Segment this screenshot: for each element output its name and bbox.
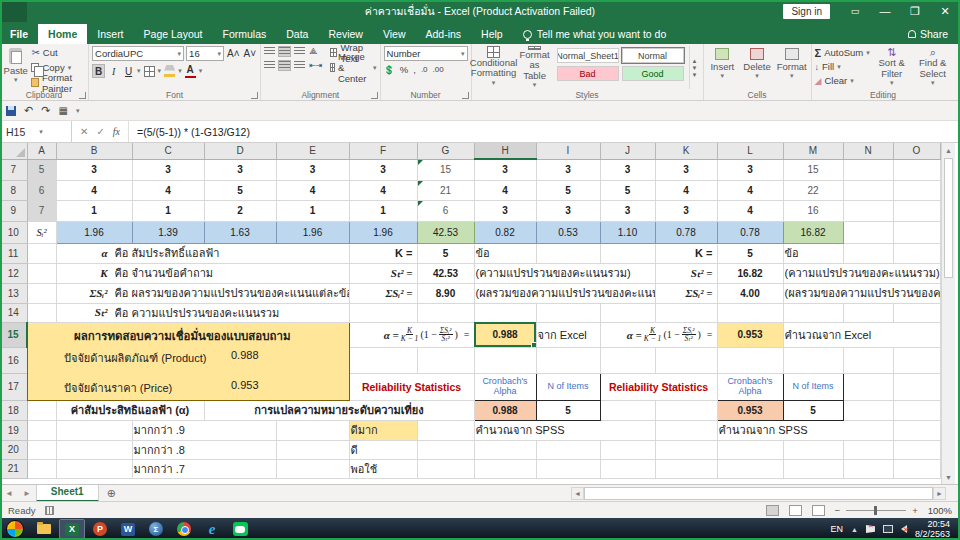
comma-style-button[interactable]: , (413, 64, 416, 75)
cell-L13[interactable]: 4.00 (717, 283, 783, 303)
cell-J16[interactable] (600, 347, 655, 373)
italic-button[interactable]: I (107, 64, 120, 78)
gallery-up-icon[interactable]: ▲ (692, 58, 698, 64)
cell-K10[interactable]: 0.78 (655, 221, 717, 243)
cell-K14[interactable] (655, 303, 717, 322)
find-select-button[interactable]: ⌕ Find & Select ▾ (914, 46, 952, 89)
cell-H16[interactable] (474, 347, 536, 373)
cell-A8[interactable]: 6 (27, 180, 56, 200)
cell-N8[interactable] (843, 180, 893, 200)
cell-F21[interactable]: พอใช้ (349, 459, 417, 478)
redo-icon[interactable]: ↷ (41, 104, 50, 117)
restore-button[interactable]: ❐ (900, 0, 930, 22)
enter-icon[interactable]: ✓ (96, 126, 104, 137)
cell-H12-note[interactable]: (ความแปรปรวนของคะแนนรวม) (474, 263, 655, 283)
cell-I10[interactable]: 0.53 (536, 221, 600, 243)
cell-G19[interactable] (417, 420, 474, 440)
cell-A18[interactable] (27, 400, 56, 420)
cell-N21[interactable] (843, 459, 893, 478)
col-D[interactable]: D (204, 143, 276, 159)
cell-O17[interactable] (893, 373, 940, 400)
cell-A20[interactable] (27, 440, 56, 459)
cell-H13-note[interactable]: (ผลรวมของความแปรปรวนของคะแนนแต่ละข้อ) (474, 283, 655, 303)
vertical-scroll-thumb[interactable] (944, 158, 953, 278)
taskbar-explorer[interactable] (31, 519, 57, 539)
cell-L14[interactable] (717, 303, 783, 322)
cell-C10[interactable]: 1.39 (132, 221, 204, 243)
cell-M12-note[interactable]: (ความแปรปรวนของคะแนนรวม) (783, 263, 940, 283)
scroll-up-icon[interactable]: ▲ (942, 143, 955, 157)
cell-A14[interactable] (27, 303, 56, 322)
cell-G7[interactable]: 15 (417, 159, 474, 180)
cell-N14[interactable] (843, 303, 893, 322)
cell-O14[interactable] (893, 303, 940, 322)
taskbar-chrome[interactable] (171, 519, 197, 539)
cell-A12[interactable] (27, 263, 56, 283)
cut-button[interactable]: ✂Cut (31, 46, 85, 59)
cell-J20[interactable] (600, 440, 655, 459)
cell-I18[interactable]: 5 (536, 400, 600, 420)
style-bad[interactable]: Bad (557, 66, 619, 81)
cell-O9[interactable] (893, 200, 940, 221)
cell-G20[interactable] (417, 440, 474, 459)
cell-A9[interactable]: 7 (27, 200, 56, 221)
tab-formulas[interactable]: Formulas (213, 24, 277, 44)
action-center-flag-icon[interactable]: ✕ (866, 525, 875, 533)
cell-M10[interactable]: 16.82 (783, 221, 843, 243)
cell-M16[interactable] (783, 347, 843, 373)
rowhead-8[interactable]: 8 (0, 180, 27, 200)
cell-O10[interactable] (893, 221, 940, 243)
align-bottom-icon[interactable] (294, 47, 305, 56)
cell-M13-note[interactable]: (ผลรวมของความแปรปรวนของคะแนนแต่ละข้อ) (783, 283, 940, 303)
scroll-left-icon[interactable]: ◄ (571, 487, 584, 500)
taskbar-powerpoint[interactable]: P (87, 519, 113, 539)
cell-I9[interactable]: 3 (536, 200, 600, 221)
col-E[interactable]: E (276, 143, 349, 159)
cell-B18[interactable]: ค่าสัมประสิทธิแอลฟ้า (α) (56, 400, 204, 420)
rowhead-13[interactable]: 13 (0, 283, 27, 303)
cell-M9[interactable]: 16 (783, 200, 843, 221)
underline-button[interactable]: U (122, 64, 135, 78)
cell-N20[interactable] (843, 440, 893, 459)
scroll-down-icon[interactable]: ▼ (942, 470, 955, 484)
cell-G9[interactable]: 6 (417, 200, 474, 221)
cell-J8[interactable]: 5 (600, 180, 655, 200)
rowhead-16[interactable]: 16 (0, 347, 27, 373)
cell-M17[interactable]: N of Items (783, 373, 843, 400)
alignment-dialog-launcher-icon[interactable] (371, 92, 378, 99)
cell-N18[interactable] (843, 400, 893, 420)
decrease-decimal-button[interactable]: .00 (433, 65, 444, 74)
start-button[interactable] (6, 520, 24, 538)
cell-I20[interactable] (536, 440, 600, 459)
cell-A19[interactable] (27, 420, 56, 440)
rowhead-17[interactable]: 17 (0, 373, 27, 400)
cell-N17[interactable] (843, 373, 893, 400)
cell-H20[interactable] (474, 440, 536, 459)
cell-O21[interactable] (893, 459, 940, 478)
cell-I8[interactable]: 5 (536, 180, 600, 200)
rowhead-15[interactable]: 15 (0, 322, 27, 347)
tray-expand-icon[interactable]: ▲ (851, 526, 858, 533)
cell-F13[interactable]: ΣSᵢ² = (349, 283, 417, 303)
sort-filter-button[interactable]: ⇅ Sort & Filter ▾ (873, 46, 911, 89)
normal-view-button[interactable] (766, 505, 779, 516)
cell-F10[interactable]: 1.96 (349, 221, 417, 243)
clipboard-dialog-launcher-icon[interactable] (79, 92, 86, 99)
cell-F20[interactable]: ดี (349, 440, 417, 459)
cell-M18[interactable]: 5 (783, 400, 843, 420)
rowhead-10[interactable]: 10 (0, 221, 27, 243)
style-normal[interactable]: Normal (622, 48, 684, 63)
cell-K20[interactable] (655, 440, 717, 459)
cell-L20[interactable] (717, 440, 783, 459)
col-H-selected[interactable]: H (474, 143, 536, 159)
cell-K16[interactable] (655, 347, 717, 373)
cell-M8[interactable]: 22 (783, 180, 843, 200)
shrink-font-button[interactable]: A˅ (243, 47, 258, 61)
cell-M21[interactable] (783, 459, 843, 478)
cell-K19[interactable] (655, 420, 717, 440)
cell-K11[interactable]: K = (655, 243, 717, 263)
cell-O19[interactable] (893, 420, 940, 440)
gallery-down-icon[interactable]: ▼ (692, 65, 698, 71)
cell-F19[interactable]: ดีมาก (349, 420, 417, 440)
cell-C7[interactable]: 3 (132, 159, 204, 180)
